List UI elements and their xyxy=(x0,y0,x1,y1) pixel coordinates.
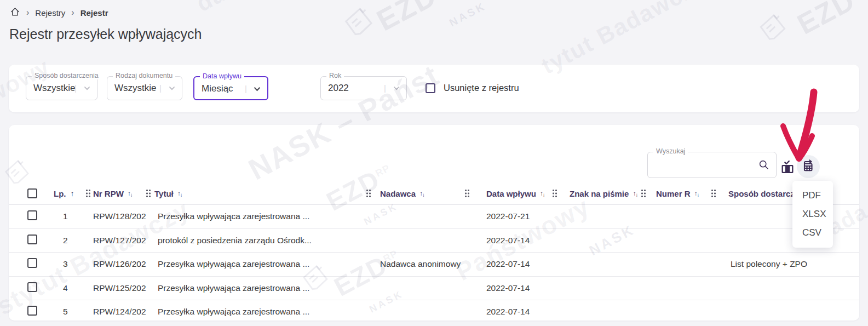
field-value: Miesiąc xyxy=(202,77,233,100)
row-checkbox[interactable] xyxy=(27,210,37,220)
row-checkbox[interactable] xyxy=(27,306,37,316)
cell-nr-rpw: RPW/127/2022 xyxy=(85,236,146,245)
cell-tytul: Przesyłka wpływająca zarejestrowana ... xyxy=(146,259,366,269)
sort-both-icon[interactable]: ↑↓ xyxy=(128,190,134,197)
breadcrumb-item-rejestr[interactable]: Rejestr xyxy=(81,8,108,18)
row-checkbox[interactable] xyxy=(27,235,37,244)
cell-nr-rpw: RPW/124/2022 xyxy=(85,307,146,317)
sort-both-icon[interactable]: ↑↓ xyxy=(694,190,700,197)
columns-check-icon[interactable] xyxy=(780,159,795,175)
chevron-down-icon[interactable] xyxy=(83,84,91,92)
watermark-text: EZDRP xyxy=(792,0,868,41)
deleted-from-registry-label: Usunięte z rejestru xyxy=(444,83,519,93)
watermark-text: dawczy xyxy=(192,0,283,17)
sort-both-icon[interactable]: ↑↓ xyxy=(419,190,426,197)
table-header-row: Lp. ↑ Nr RPW ↑↓ Tytuł ↑↓ Nadawca ↑↓ Data… xyxy=(9,182,859,205)
filter-data-wplywu-select[interactable]: Data wpływu Miesiąc | xyxy=(193,76,268,100)
table-row[interactable]: 1 RPW/128/2022 Przesyłka wpływająca zare… xyxy=(9,205,859,229)
menu-item-csv[interactable]: CSV xyxy=(792,224,833,242)
column-header-numer-r[interactable]: Numer R ↑↓ xyxy=(641,182,711,205)
filter-sposob-dostarczenia-select[interactable]: Sposób dostarczenia Wszystkie | xyxy=(26,76,97,100)
deleted-from-registry-checkbox[interactable] xyxy=(426,83,435,93)
page-title: Rejestr przesyłek wpływających xyxy=(9,26,202,42)
breadcrumb-separator: › xyxy=(26,8,29,18)
cell-lp: 5 xyxy=(44,307,85,317)
row-checkbox[interactable] xyxy=(27,258,37,268)
export-format-menu: PDF XLSX CSV xyxy=(792,181,833,248)
cell-lp: 3 xyxy=(44,259,85,269)
field-value: 2022 xyxy=(328,77,349,100)
column-header-nr-rpw[interactable]: Nr RPW ↑↓ xyxy=(85,182,146,205)
sort-asc-icon[interactable]: ↑ xyxy=(71,189,74,198)
cell-data-wplywu: 2022-07-21 xyxy=(464,211,552,221)
sort-both-icon[interactable]: ↑↓ xyxy=(177,190,183,197)
cell-sposob: List polecony + ZPO xyxy=(711,259,859,269)
search-label: Wyszukaj xyxy=(653,147,688,155)
row-checkbox[interactable] xyxy=(27,282,37,292)
sort-both-icon[interactable]: ↑↓ xyxy=(633,190,639,197)
search-input[interactable]: Wyszukaj xyxy=(647,152,777,178)
watermark-text: NASK xyxy=(447,0,488,30)
cell-data-wplywu: 2022-07-14 xyxy=(464,259,552,269)
cell-nadawca: Nadawca anonimowy xyxy=(366,259,464,269)
sort-both-icon[interactable]: ↑↓ xyxy=(540,190,546,197)
field-value: Wszystkie xyxy=(114,77,157,100)
cell-tytul: Przesyłka wpływająca zarejestrowana ... xyxy=(146,283,366,293)
column-label: Tytuł xyxy=(154,189,174,198)
cell-nr-rpw: RPW/126/2022 xyxy=(85,259,146,269)
field-divider: | xyxy=(245,77,247,100)
field-divider: | xyxy=(159,77,162,100)
breadcrumb: › Rejestry › Rejestr xyxy=(10,7,108,19)
ezd-logo-watermark xyxy=(336,1,382,47)
column-label: Znak na piśmie xyxy=(570,189,629,198)
column-header-sposob-dostarczenia[interactable]: Sposób dostarcz xyxy=(711,182,859,205)
registry-table-panel: Wyszukaj Lp. ↑ xyxy=(9,125,859,321)
filters-panel: Sposób dostarczenia Wszystkie | Rodzaj d… xyxy=(9,65,859,112)
column-header-lp[interactable]: Lp. ↑ xyxy=(44,182,85,205)
ezd-logo-watermark xyxy=(751,8,794,50)
cell-lp: 4 xyxy=(44,283,85,293)
column-header-data-wplywu[interactable]: Data wpływu ↑↓ xyxy=(464,182,552,205)
home-icon[interactable] xyxy=(10,7,20,19)
cell-tytul: protokól z posiedzenia zarządu Ośrodk... xyxy=(146,236,366,245)
column-label: Nadawca xyxy=(380,189,416,198)
chevron-down-icon[interactable] xyxy=(168,84,176,92)
cell-data-wplywu: 2022-07-14 xyxy=(464,307,552,317)
watermark-text: EZDRP xyxy=(371,0,457,37)
table-row[interactable]: 3 RPW/126/2022 Przesyłka wpływająca zare… xyxy=(9,253,859,277)
column-header-nadawca[interactable]: Nadawca ↑↓ xyxy=(366,182,464,205)
breadcrumb-item-rejestry[interactable]: Rejestry xyxy=(35,8,65,18)
chevron-down-icon[interactable] xyxy=(393,84,400,92)
field-value: Wszystkie xyxy=(33,77,76,100)
export-button[interactable] xyxy=(797,155,820,178)
cell-tytul: Przesyłka wpływająca zarejestrowana ... xyxy=(146,307,366,317)
export-table-icon xyxy=(801,158,815,175)
filter-rodzaj-dokumentu-select[interactable]: Rodzaj dokumentu Wszystkie | xyxy=(107,76,182,100)
cell-nr-rpw: RPW/128/2022 xyxy=(85,211,146,221)
field-divider: | xyxy=(74,77,77,100)
table-row[interactable]: 5 RPW/124/2022 Przesyłka wpływająca zare… xyxy=(9,300,859,321)
select-all-checkbox[interactable] xyxy=(27,188,37,198)
filter-rok-select[interactable]: Rok 2022 | xyxy=(320,76,407,100)
cell-data-wplywu: 2022-07-14 xyxy=(464,283,552,293)
chevron-down-icon[interactable] xyxy=(253,85,261,93)
cell-lp: 2 xyxy=(44,236,85,245)
column-label: Sposób dostarcz xyxy=(728,189,795,198)
column-header-znak-na-pismie[interactable]: Znak na piśmie ↑↓ xyxy=(552,182,641,205)
search-icon[interactable] xyxy=(758,159,769,170)
cell-data-wplywu: 2022-07-14 xyxy=(464,236,552,245)
menu-item-xlsx[interactable]: XLSX xyxy=(792,205,833,224)
column-label: Data wpływu xyxy=(486,189,536,198)
breadcrumb-separator: › xyxy=(71,8,74,18)
column-header-tytul[interactable]: Tytuł ↑↓ xyxy=(146,182,366,205)
column-label: Nr RPW xyxy=(93,189,124,198)
cell-nr-rpw: RPW/125/2022 xyxy=(85,283,146,293)
field-divider: | xyxy=(384,77,386,100)
menu-item-pdf[interactable]: PDF xyxy=(792,186,833,205)
table-row[interactable]: 2 RPW/127/2022 protokól z posiedzenia za… xyxy=(9,229,859,253)
cell-tytul: Przesyłka wpływająca zarejestrowana ... xyxy=(146,211,366,221)
column-label: Numer R xyxy=(656,189,691,198)
column-label: Lp. xyxy=(54,189,66,198)
table-row[interactable]: 4 RPW/125/2022 Przesyłka wpływająca zare… xyxy=(9,277,859,301)
cell-lp: 1 xyxy=(44,211,85,221)
